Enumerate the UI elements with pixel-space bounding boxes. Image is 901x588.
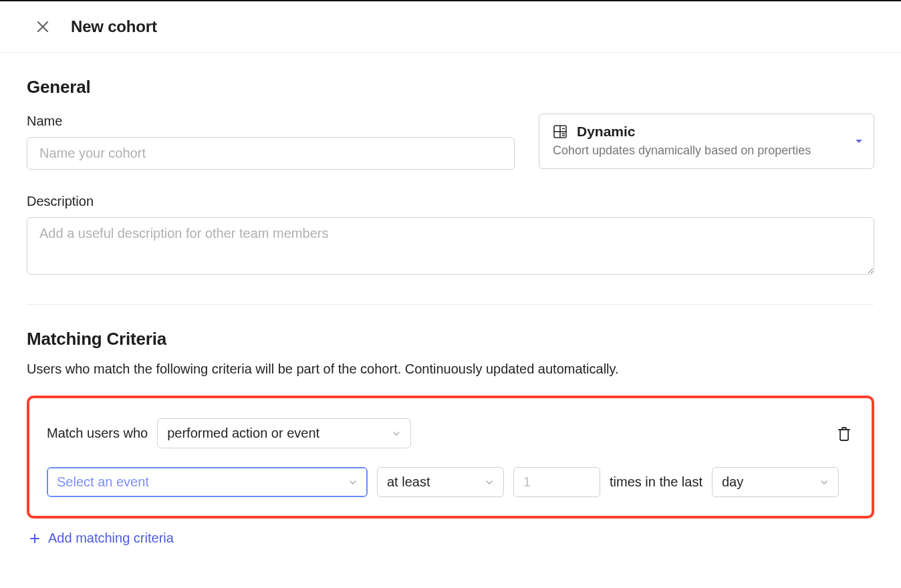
description-textarea[interactable] [27, 217, 874, 275]
name-field-group: Name [27, 114, 515, 170]
action-type-select-value: performed action or event [167, 426, 319, 441]
count-input[interactable] [513, 467, 600, 497]
close-icon [36, 20, 49, 33]
general-row: Name Dynamic Cohort updates dynamica [27, 114, 874, 170]
name-label: Name [27, 114, 515, 129]
trash-icon [838, 426, 851, 441]
matching-section-description: Users who match the following criteria w… [27, 361, 874, 377]
operator-select[interactable]: at least [377, 467, 504, 497]
chevron-down-icon [392, 429, 401, 438]
name-input[interactable] [27, 137, 515, 170]
event-select-placeholder: Select an event [57, 474, 149, 490]
description-label: Description [27, 194, 874, 209]
operator-select-value: at least [387, 474, 430, 490]
calculator-icon [553, 124, 567, 139]
matching-section-title: Matching Criteria [27, 329, 874, 349]
match-users-label: Match users who [47, 426, 148, 441]
header: New cohort [0, 1, 901, 53]
action-type-select[interactable]: performed action or event [157, 418, 411, 448]
cohort-type-description: Cohort updates dynamically based on prop… [553, 144, 860, 158]
section-divider [27, 304, 874, 305]
period-select[interactable]: day [712, 467, 839, 497]
plus-icon [29, 533, 40, 544]
chevron-down-icon [348, 478, 358, 487]
content: General Name Dynamic [0, 53, 901, 547]
description-field-group: Description [27, 194, 874, 277]
cohort-type-selector[interactable]: Dynamic Cohort updates dynamically based… [539, 114, 874, 169]
cohort-type-title: Dynamic [577, 124, 636, 140]
times-label: times in the last [610, 474, 702, 490]
chevron-down-icon [485, 478, 494, 487]
criteria-row-2: Select an event at least times in the la… [47, 467, 854, 497]
criteria-row-1: Match users who performed action or even… [47, 418, 854, 448]
add-criteria-button[interactable]: Add matching criteria [27, 531, 174, 546]
chevron-down-icon [819, 478, 829, 487]
general-section-title: General [27, 77, 874, 98]
cohort-type-head: Dynamic [553, 124, 860, 140]
dropdown-caret-icon [855, 139, 863, 144]
add-criteria-label: Add matching criteria [48, 531, 174, 546]
event-select[interactable]: Select an event [47, 467, 368, 497]
criteria-group: Match users who performed action or even… [27, 396, 874, 519]
close-button[interactable] [33, 17, 52, 36]
delete-criteria-button[interactable] [834, 424, 854, 444]
page-title: New cohort [71, 17, 157, 36]
period-select-value: day [722, 474, 743, 490]
